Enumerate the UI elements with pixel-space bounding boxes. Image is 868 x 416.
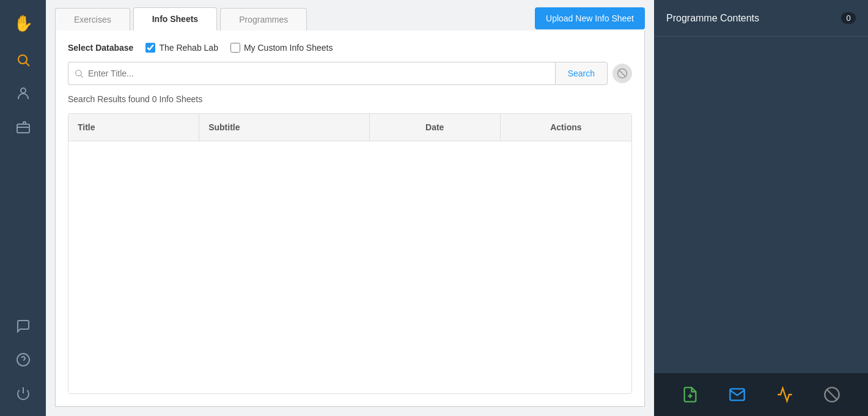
- sidebar-item-chat[interactable]: [16, 309, 31, 343]
- svg-line-11: [81, 75, 83, 78]
- main-content: Exercises Info Sheets Programmes Upload …: [46, 0, 654, 416]
- block-footer-icon: [823, 386, 840, 403]
- rehab-lab-checkbox[interactable]: [145, 43, 155, 53]
- sidebar: ✋: [0, 0, 46, 416]
- svg-line-3: [26, 62, 29, 66]
- table-header-date: Date: [370, 114, 501, 141]
- person-icon: [16, 86, 31, 101]
- custom-info-sheets-label: My Custom Info Sheets: [244, 43, 333, 53]
- sidebar-item-logout[interactable]: [16, 376, 31, 410]
- mail-button[interactable]: [724, 382, 750, 407]
- rehab-lab-option[interactable]: The Rehab Lab: [145, 43, 218, 53]
- tab-programmes[interactable]: Programmes: [220, 8, 307, 31]
- search-input[interactable]: [68, 62, 555, 85]
- content-panel: Select Database The Rehab Lab My Custom …: [55, 31, 645, 407]
- rehab-lab-label: The Rehab Lab: [159, 43, 218, 53]
- select-database-label: Select Database: [68, 43, 133, 53]
- search-input-wrap: [68, 62, 555, 85]
- table-header-subtitle: Subtitle: [199, 114, 369, 141]
- custom-info-sheets-option[interactable]: My Custom Info Sheets: [230, 43, 333, 53]
- svg-point-2: [18, 55, 27, 64]
- add-document-icon: [682, 386, 699, 403]
- upload-new-info-sheet-button[interactable]: Upload New Info Sheet: [535, 7, 645, 29]
- sidebar-item-cases[interactable]: [0, 110, 46, 144]
- database-selector: Select Database The Rehab Lab My Custom …: [68, 43, 632, 53]
- search-bar: Search: [68, 62, 632, 85]
- tabs-bar: Exercises Info Sheets Programmes Upload …: [46, 0, 654, 31]
- tab-info-sheets[interactable]: Info Sheets: [133, 7, 217, 31]
- mail-icon: [729, 386, 746, 403]
- search-icon: [16, 53, 31, 67]
- svg-line-13: [619, 70, 626, 77]
- briefcase-icon: [16, 120, 31, 135]
- chat-icon: [16, 319, 31, 333]
- svg-point-4: [21, 88, 26, 93]
- block-button[interactable]: [819, 382, 845, 407]
- power-icon: [16, 386, 31, 401]
- sidebar-item-search[interactable]: [0, 43, 46, 76]
- tab-exercises[interactable]: Exercises: [55, 8, 130, 31]
- svg-point-10: [76, 70, 81, 76]
- chart-button[interactable]: [772, 382, 798, 407]
- svg-text:✋: ✋: [13, 13, 34, 33]
- search-button[interactable]: Search: [555, 62, 608, 85]
- sidebar-item-patients[interactable]: [0, 76, 46, 110]
- right-panel: Programme Contents 0: [654, 0, 868, 416]
- search-input-icon: [74, 69, 84, 78]
- logo: ✋: [6, 6, 40, 40]
- chart-icon: [776, 386, 793, 403]
- search-results-text: Search Results found 0 Info Sheets: [68, 94, 632, 104]
- right-panel-header: Programme Contents 0: [654, 0, 868, 37]
- custom-info-sheets-checkbox[interactable]: [230, 43, 240, 53]
- table-header-actions: Actions: [501, 114, 631, 141]
- right-panel-body: [654, 37, 868, 373]
- svg-line-17: [827, 390, 837, 399]
- table-header: Title Subtitle Date Actions: [68, 114, 631, 141]
- sidebar-bottom: [16, 309, 31, 410]
- right-panel-footer: [654, 373, 868, 416]
- table-body: [68, 141, 631, 393]
- search-clear-button[interactable]: [612, 64, 632, 83]
- results-table: Title Subtitle Date Actions: [68, 113, 632, 394]
- logo-icon: ✋: [10, 10, 36, 36]
- add-document-button[interactable]: [677, 382, 703, 407]
- sidebar-item-help[interactable]: [16, 343, 31, 376]
- block-icon: [617, 68, 628, 79]
- svg-rect-5: [17, 124, 29, 133]
- programme-contents-badge: 0: [841, 12, 856, 24]
- programme-contents-title: Programme Contents: [666, 13, 759, 24]
- table-header-title: Title: [68, 114, 199, 141]
- help-icon: [16, 352, 31, 367]
